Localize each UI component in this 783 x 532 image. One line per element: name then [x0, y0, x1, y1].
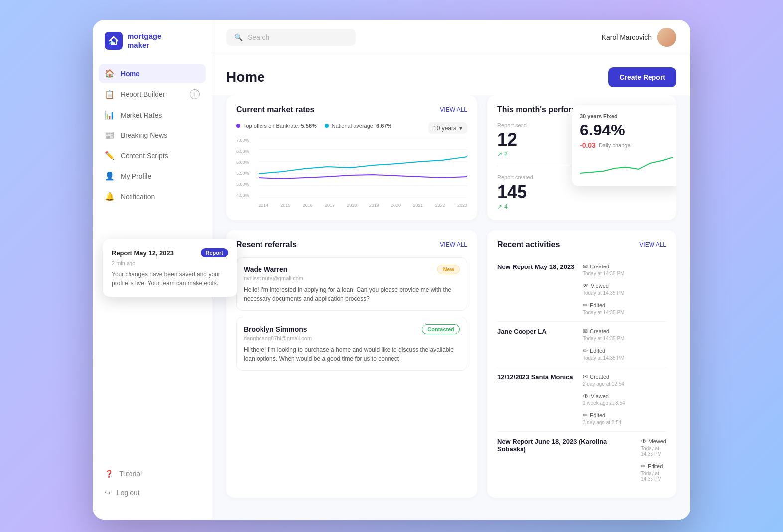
x-2019: 2019: [369, 203, 379, 208]
rate-change: -0.03 Daily change: [580, 141, 673, 149]
edited-icon-3: ✏: [583, 412, 588, 419]
dashboard-grid: Current market rates VIEW ALL Top offers…: [212, 95, 690, 520]
tutorial-icon: ❓: [105, 470, 113, 478]
referral-name-brooklyn: Brooklyn Simmons: [244, 325, 307, 333]
sidebar-label-notification: Notification: [121, 193, 155, 201]
x-2014: 2014: [259, 203, 268, 208]
y-label-4: 5.50%: [236, 171, 259, 176]
activity-actions-1: ✉ Created Today at 14:35 PM 👁 Viewed Tod…: [583, 263, 666, 315]
sidebar-item-my-profile[interactable]: 👤 My Profile: [99, 166, 206, 186]
market-rates-view-all[interactable]: VIEW ALL: [440, 106, 467, 113]
arrow-up-icon: ↗: [497, 151, 502, 158]
sidebar-label-content-scripts: Content Scripts: [121, 152, 168, 160]
sidebar-item-market-rates[interactable]: 📊 Market Rates: [99, 105, 206, 125]
chart-svg-container: [259, 138, 467, 198]
x-2023: 2023: [457, 203, 467, 208]
referrals-view-all[interactable]: VIEW ALL: [440, 241, 467, 248]
activity-title-4: New Report June 18, 2023 (Karolina Sobas…: [497, 438, 635, 453]
sidebar-item-report-builder[interactable]: 📋 Report Builder +: [99, 84, 206, 104]
period-selector[interactable]: 10 years ▾: [428, 122, 467, 134]
main-content: 🔍 Karol Marcovich Home Create Report: [212, 20, 690, 520]
activity-action-created-2: ✉ Created Today at 14:35 PM: [583, 328, 624, 341]
notification-body: Your changes have been saved and your pr…: [112, 270, 228, 288]
activity-action-edited-3: ✏ Edited 3 day ago at 8:54: [583, 412, 621, 425]
y-label-6: 4.50%: [236, 193, 259, 198]
logout-icon: ↪: [105, 489, 111, 497]
perf-report-send: Report send 12 ↗ 2: [497, 122, 577, 158]
page-title: Home: [226, 69, 265, 85]
sidebar-item-content-scripts[interactable]: ✏️ Content Scripts: [99, 146, 206, 165]
sidebar-item-notification[interactable]: 🔔 Notification: [99, 187, 206, 206]
activity-row-2: Jane Cooper LA ✉ Created Today at 14:35 …: [497, 322, 666, 367]
x-2015: 2015: [280, 203, 290, 208]
activity-row-3: 12/12/2023 Santa Monica ✉ Created 2 day …: [497, 367, 666, 432]
search-box[interactable]: 🔍: [226, 29, 356, 46]
edited-time-2: Today at 14:35 PM: [583, 355, 624, 361]
top-header: 🔍 Karol Marcovich: [212, 20, 690, 55]
sidebar-label-tutorial: Tutorial: [119, 470, 142, 478]
viewed-time-4: Today at 14:35 PM: [641, 446, 666, 457]
edited-icon-4: ✏: [641, 463, 646, 470]
user-name: Karol Marcovich: [602, 33, 652, 41]
market-rates-icon: 📊: [105, 110, 115, 120]
referral-header-wade: Wade Warren New: [244, 265, 460, 274]
activity-action-viewed-4: 👁 Viewed Today at 14:35 PM: [641, 438, 666, 457]
activity-action-edited-1: ✏ Edited Today at 14:35 PM: [583, 302, 624, 315]
created-time-3: 2 day ago at 12:54: [583, 381, 624, 387]
referral-email-brooklyn: danghoang87hl@gmail.com: [244, 335, 460, 341]
x-2018: 2018: [347, 203, 357, 208]
viewed-label-1: 👁 Viewed: [583, 282, 624, 289]
edited-time-4: Today at 14:35 PM: [641, 471, 666, 482]
perf-send-label: Report send: [497, 122, 577, 128]
activity-row-4: New Report June 18, 2023 (Karolina Sobas…: [497, 432, 666, 488]
referral-name-wade: Wade Warren: [244, 266, 287, 273]
legend-national: National average: 6.67%: [325, 123, 392, 129]
activities-title: Recent activities: [497, 240, 560, 249]
edited-icon-1: ✏: [583, 302, 588, 309]
search-input[interactable]: [248, 33, 348, 41]
x-2017: 2017: [325, 203, 335, 208]
sidebar-item-logout[interactable]: ↪ Log out: [99, 484, 206, 502]
activity-action-edited-4: ✏ Edited Today at 14:35 PM: [641, 463, 666, 482]
sidebar-item-home[interactable]: 🏠 Home: [99, 64, 206, 83]
add-report-icon[interactable]: +: [190, 89, 200, 99]
activities-view-all[interactable]: VIEW ALL: [639, 241, 666, 248]
market-rates-card: Current market rates VIEW ALL Top offers…: [226, 95, 477, 220]
mini-chart: [580, 153, 673, 178]
notification-time: 2 min ago: [112, 260, 228, 266]
viewed-icon-4: 👁: [641, 438, 647, 445]
my-profile-icon: 👤: [105, 171, 115, 181]
bankrate-dot: [236, 124, 240, 128]
content-scripts-icon: ✏️: [105, 151, 115, 160]
arrow-up-icon-2: ↗: [497, 203, 502, 210]
logo-name1: mortgage: [128, 32, 161, 40]
chart-legend: Top offers on Bankrate: 5.56% National a…: [236, 123, 392, 129]
avatar: [657, 28, 676, 47]
viewed-time-3: 1 week ago at 8:54: [583, 400, 625, 406]
y-label-2: 6.50%: [236, 149, 259, 154]
rate-change-label: Daily change: [599, 142, 631, 148]
sidebar-label-report-builder: Report Builder: [121, 90, 165, 98]
activity-action-created-1: ✉ Created Today at 14:35 PM: [583, 263, 624, 276]
sidebar-item-tutorial[interactable]: ❓ Tutorial: [99, 465, 206, 483]
x-2016: 2016: [303, 203, 313, 208]
notification-popup: Report May 12, 2023 Report 2 min ago You…: [103, 239, 237, 297]
breaking-news-icon: 📰: [105, 131, 115, 140]
rate-change-value: -0.03: [580, 141, 596, 149]
created-time-1: Today at 14:35 PM: [583, 271, 624, 276]
activity-actions-2: ✉ Created Today at 14:35 PM ✏ Edited Tod…: [583, 328, 666, 361]
logo: mortgage maker: [93, 32, 212, 64]
header-user: Karol Marcovich: [602, 28, 676, 47]
referral-email-wade: nvt.isst.nute@gmail.com: [244, 275, 460, 281]
perf-send-value: 12: [497, 131, 577, 149]
viewed-label-3: 👁 Viewed: [583, 393, 625, 399]
rate-card: 30 years Fixed 6.94% -0.03 Daily change: [572, 105, 676, 186]
perf-created-change: ↗ 4: [497, 203, 666, 210]
create-report-button[interactable]: Create Report: [608, 67, 676, 87]
market-rates-chart: 7.00% 6.50% 6.00% 5.50% 5.00% 4.50%: [236, 138, 467, 208]
edited-time-1: Today at 14:35 PM: [583, 310, 624, 315]
sidebar-item-breaking-news[interactable]: 📰 Breaking News: [99, 126, 206, 145]
chevron-down-icon: ▾: [459, 125, 462, 132]
top-row: Current market rates VIEW ALL Top offers…: [226, 95, 676, 220]
edited-icon-2: ✏: [583, 347, 588, 354]
